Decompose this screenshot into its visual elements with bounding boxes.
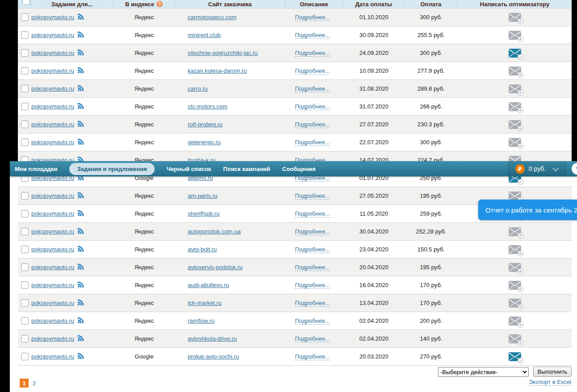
rss-feed-icon[interactable] [77, 138, 84, 146]
task-site-link[interactable]: pokrasymavto.ru [31, 300, 74, 306]
rss-feed-icon[interactable] [77, 228, 84, 236]
row-checkbox[interactable] [21, 210, 29, 217]
report-notification-tooltip[interactable]: Отчет о работе за сентябрь 20 [478, 200, 577, 220]
task-site-link[interactable]: pokrasymavto.ru [31, 317, 74, 324]
rss-feed-icon[interactable] [77, 121, 84, 129]
row-checkbox[interactable] [21, 228, 29, 235]
rss-feed-icon[interactable] [77, 192, 84, 200]
details-link[interactable]: Подробнее... [295, 300, 330, 307]
task-site-link[interactable]: pokrasymavto.ru [31, 14, 74, 21]
row-checkbox[interactable] [21, 299, 29, 307]
details-link[interactable]: Подробнее... [295, 32, 330, 39]
mail-add-icon[interactable] [509, 120, 521, 129]
task-site-link[interactable]: pokrasymavto.ru [31, 264, 74, 271]
rss-feed-icon[interactable] [77, 85, 84, 93]
client-site-link[interactable]: minirent.club [188, 32, 221, 38]
task-site-link[interactable]: pokrasymavto.ru [31, 50, 74, 56]
help-icon[interactable]: ? [572, 163, 577, 175]
rss-feed-icon[interactable] [77, 263, 84, 271]
row-checkbox[interactable] [21, 138, 29, 146]
nav-item-messages[interactable]: Сообщения [282, 166, 316, 172]
client-site-link[interactable]: tck-market.ru [188, 300, 222, 306]
rss-feed-icon[interactable] [77, 49, 84, 57]
row-checkbox[interactable] [21, 317, 29, 325]
details-link[interactable]: Подробнее... [295, 210, 330, 217]
details-link[interactable]: Подробнее... [295, 50, 330, 57]
details-link[interactable]: Подробнее... [295, 121, 330, 128]
details-link[interactable]: Подробнее... [295, 139, 330, 146]
mail-add-icon[interactable] [509, 67, 521, 75]
task-site-link[interactable]: pokrasymavto.ru [31, 32, 74, 38]
rss-feed-icon[interactable] [77, 67, 84, 75]
rss-feed-icon[interactable] [77, 281, 84, 289]
details-link[interactable]: Подробнее... [295, 85, 330, 92]
mail-add-icon[interactable] [509, 317, 521, 325]
rss-feed-icon[interactable] [77, 31, 84, 39]
details-link[interactable]: Подробнее... [295, 317, 330, 325]
mail-sent-icon[interactable] [509, 352, 521, 361]
row-checkbox[interactable] [21, 85, 29, 92]
mail-add-icon[interactable] [509, 138, 521, 147]
mail-add-icon[interactable] [509, 13, 521, 22]
task-site-link[interactable]: pokrasymavto.ru [31, 353, 74, 360]
row-checkbox[interactable] [21, 281, 29, 289]
client-site-link[interactable]: avtoshkola-drive.ru [188, 335, 237, 342]
details-link[interactable]: Подробнее... [295, 67, 330, 75]
task-site-link[interactable]: pokrasymavto.ru [31, 210, 74, 217]
mail-add-icon[interactable] [509, 227, 521, 236]
details-link[interactable]: Подробнее... [295, 103, 330, 110]
client-site-link[interactable]: am-parts.ru [188, 192, 217, 199]
rss-feed-icon[interactable] [77, 317, 84, 325]
rss-feed-icon[interactable] [77, 103, 84, 111]
client-site-link[interactable]: carmotospecs.com [188, 14, 236, 21]
client-site-link[interactable]: audi-altufievo.ru [188, 282, 229, 288]
details-link[interactable]: Подробнее... [295, 228, 330, 235]
page-2-link[interactable]: 2 [33, 380, 36, 387]
page-1-current[interactable]: 1 [20, 379, 29, 388]
details-link[interactable]: Подробнее... [295, 264, 330, 271]
details-link[interactable]: Подробнее... [295, 335, 330, 342]
mail-sent-icon[interactable] [509, 49, 521, 58]
row-checkbox[interactable] [21, 353, 29, 360]
select-all-checkbox[interactable] [22, 0, 30, 5]
client-site-link[interactable]: avto-bolt.ru [188, 246, 217, 253]
details-link[interactable]: Подробнее... [295, 282, 330, 289]
client-site-link[interactable]: rolf-probeg.ru [188, 121, 223, 128]
details-link[interactable]: Подробнее... [295, 353, 330, 360]
client-site-link[interactable]: ctc-motors.com [188, 103, 227, 110]
details-link[interactable]: Подробнее... [295, 246, 330, 253]
client-site-link[interactable]: kazan.kolesa-darom.ru [188, 67, 247, 74]
row-checkbox[interactable] [21, 31, 29, 39]
row-checkbox[interactable] [21, 121, 29, 128]
nav-item-tasks-offers[interactable]: Задания и предложения [69, 163, 154, 175]
help-question-icon[interactable] [156, 1, 163, 7]
run-action-button[interactable]: Выполнить [533, 367, 572, 377]
task-site-link[interactable]: pokrasymavto.ru [31, 103, 74, 110]
task-site-link[interactable]: pokrasymavto.ru [31, 192, 74, 199]
rss-feed-icon[interactable] [77, 246, 84, 254]
details-link[interactable]: Подробнее... [295, 192, 330, 200]
row-checkbox[interactable] [21, 67, 29, 75]
task-site-link[interactable]: pokrasymavto.ru [31, 335, 74, 342]
mail-add-icon[interactable] [509, 102, 521, 111]
details-link[interactable]: Подробнее... [295, 14, 330, 21]
rss-feed-icon[interactable] [77, 353, 84, 361]
task-site-link[interactable]: pokrasymavto.ru [31, 121, 74, 128]
mail-add-icon[interactable] [509, 84, 521, 93]
client-site-link[interactable]: sheriffspb.ru [188, 210, 219, 217]
mail-add-icon[interactable] [509, 299, 521, 308]
task-site-link[interactable]: pokrasymavto.ru [31, 228, 74, 235]
nav-item-blacklist[interactable]: Черный список [167, 166, 211, 172]
task-site-link[interactable]: pokrasymavto.ru [31, 246, 74, 253]
mail-add-icon[interactable] [509, 334, 521, 343]
task-site-link[interactable]: pokrasymavto.ru [31, 85, 74, 92]
export-excel-link[interactable]: Экспорт в Excel [529, 379, 571, 386]
client-site-link[interactable]: getenergo.ru [188, 139, 221, 146]
client-site-link[interactable]: prokat-avto-sochi.ru [188, 353, 239, 360]
client-site-link[interactable]: carro.ru [188, 85, 208, 92]
task-site-link[interactable]: pokrasymavto.ru [31, 139, 74, 146]
rss-feed-icon[interactable] [77, 299, 84, 307]
mail-add-icon[interactable] [509, 281, 521, 290]
client-site-link[interactable]: autogorodok.com.ua [188, 228, 241, 235]
rss-feed-icon[interactable] [77, 335, 84, 343]
